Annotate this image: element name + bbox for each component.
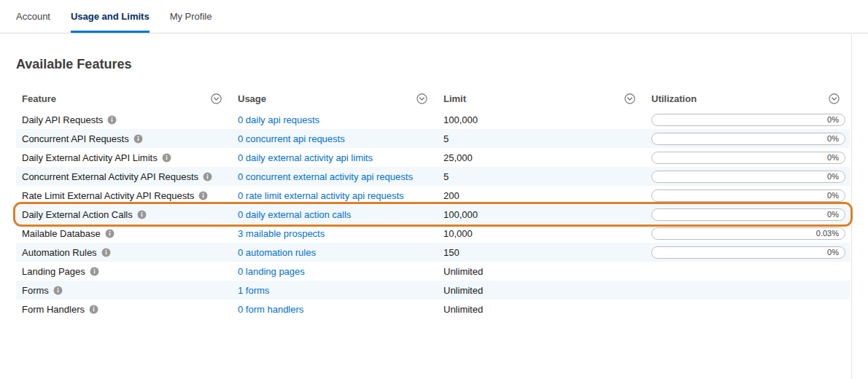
usage-link[interactable]: 0 automation rules	[238, 247, 316, 258]
column-header-feature: Feature	[16, 87, 232, 110]
tab-account[interactable]: Account	[16, 0, 50, 33]
limit-cell: 5	[438, 133, 646, 144]
info-icon[interactable]	[105, 229, 115, 238]
feature-name: Daily External Action Calls	[22, 209, 133, 220]
table-row: Rate Limit External Activity API Request…	[16, 186, 850, 205]
usage-cell: 0 rate limit external activity api reque…	[232, 190, 438, 201]
filter-icon[interactable]	[416, 93, 427, 104]
limit-value: 150	[443, 247, 460, 258]
usage-link[interactable]: 0 daily api requests	[238, 114, 319, 125]
usage-cell: 0 daily api requests	[232, 114, 438, 125]
utilization-bar: 0%	[651, 208, 845, 221]
limit-cell: 10,000	[438, 228, 646, 239]
usage-link[interactable]: 0 form handlers	[238, 304, 303, 315]
usage-link[interactable]: 0 daily external activity api limits	[238, 152, 373, 163]
info-icon[interactable]	[90, 267, 99, 276]
utilization-bar: 0%	[651, 190, 845, 202]
limit-value: 5	[443, 133, 449, 144]
feature-name: Rate Limit External Activity API Request…	[22, 190, 194, 201]
info-icon[interactable]	[133, 134, 143, 144]
feature-cell: Form Handlers	[16, 304, 232, 315]
table-row: Mailable Database 3 mailable prospects 1…	[16, 224, 850, 243]
feature-name: Automation Rules	[22, 247, 97, 258]
vertical-divider	[851, 34, 852, 379]
limit-cell: 5	[438, 171, 646, 182]
limit-cell: Unlimited	[438, 266, 646, 277]
usage-link[interactable]: 0 rate limit external activity api reque…	[238, 190, 404, 201]
utilization-bar: 0%	[651, 114, 845, 126]
limit-value: 10,000	[443, 228, 473, 239]
utilization-cell: 0%	[646, 246, 850, 259]
filter-icon[interactable]	[829, 93, 840, 104]
utilization-bar: 0%	[651, 152, 845, 164]
feature-cell: Daily External Action Calls	[16, 209, 232, 220]
limit-value: 25,000	[443, 152, 473, 163]
limit-value: 200	[443, 190, 460, 201]
usage-cell: 0 automation rules	[232, 247, 438, 258]
utilization-bar: 0%	[651, 246, 845, 259]
table-body: Daily API Requests 0 daily api requests …	[16, 110, 850, 319]
usage-cell: 0 concurrent api requests	[232, 133, 438, 144]
usage-cell: 0 form handlers	[232, 304, 438, 315]
filter-icon[interactable]	[624, 93, 635, 104]
tab-my-profile[interactable]: My Profile	[170, 0, 212, 33]
limit-value: 100,000	[443, 209, 478, 220]
info-icon[interactable]	[53, 286, 63, 295]
usage-cell: 0 daily external action calls	[232, 209, 438, 220]
info-icon[interactable]	[107, 115, 117, 125]
feature-name: Mailable Database	[22, 228, 101, 239]
limit-value: Unlimited	[443, 304, 483, 315]
tab-usage-and-limits-label: Usage and Limits	[71, 11, 150, 22]
utilization-cell: 0%	[646, 114, 850, 126]
feature-name: Landing Pages	[22, 266, 85, 277]
limit-value: Unlimited	[443, 285, 483, 296]
usage-link[interactable]: 0 daily external action calls	[238, 209, 351, 220]
column-header-limit: Limit	[438, 87, 646, 110]
column-header-usage: Usage	[232, 87, 438, 110]
table-row: Concurrent API Requests 0 concurrent api…	[16, 129, 850, 148]
feature-cell: Automation Rules	[16, 247, 232, 258]
feature-name: Daily External Activity API Limits	[22, 152, 158, 163]
usage-link[interactable]: 3 mailable prospects	[238, 228, 325, 239]
feature-cell: Rate Limit External Activity API Request…	[16, 190, 232, 201]
table-row: Concurrent External Activity API Request…	[16, 167, 850, 186]
usage-cell: 3 mailable prospects	[232, 228, 438, 239]
info-icon[interactable]	[89, 305, 98, 314]
utilization-cell: 0%	[646, 133, 850, 145]
info-icon[interactable]	[198, 191, 208, 200]
info-icon[interactable]	[203, 172, 212, 181]
utilization-cell: 0%	[646, 190, 850, 202]
utilization-value: 0%	[827, 248, 839, 257]
utilization-bar: 0.03%	[651, 227, 845, 240]
usage-cell: 0 landing pages	[232, 266, 438, 277]
tab-bar: Account Usage and Limits My Profile	[0, 0, 868, 34]
column-header-utilization: Utilization	[646, 87, 850, 110]
utilization-cell: 0%	[646, 171, 850, 183]
feature-name: Daily API Requests	[22, 114, 103, 125]
feature-cell: Forms	[16, 285, 232, 296]
limit-cell: 100,000	[438, 114, 646, 125]
info-icon[interactable]	[101, 248, 111, 257]
utilization-bar: 0%	[651, 171, 845, 183]
utilization-cell: 0%	[646, 152, 850, 164]
usage-link[interactable]: 0 concurrent api requests	[238, 133, 345, 144]
feature-cell: Concurrent External Activity API Request…	[16, 171, 232, 182]
filter-icon[interactable]	[211, 93, 222, 104]
feature-cell: Mailable Database	[16, 228, 232, 239]
info-icon[interactable]	[162, 153, 171, 163]
usage-cell: 0 daily external activity api limits	[232, 152, 438, 163]
tab-my-profile-label: My Profile	[170, 11, 212, 22]
info-icon[interactable]	[137, 210, 147, 219]
tab-usage-and-limits[interactable]: Usage and Limits	[71, 0, 150, 33]
usage-link[interactable]: 0 landing pages	[238, 266, 305, 277]
utilization-value: 0%	[827, 172, 839, 181]
available-features-table: Feature Usage Limit Utilization Daily	[16, 87, 850, 319]
table-row: Forms 1 forms Unlimited	[16, 281, 850, 300]
table-row: Daily External Activity API Limits 0 dai…	[16, 148, 850, 167]
utilization-value: 0%	[827, 115, 839, 124]
column-header-limit-label: Limit	[443, 93, 466, 104]
limit-cell: Unlimited	[438, 285, 646, 296]
limit-cell: 100,000	[438, 209, 646, 220]
usage-link[interactable]: 1 forms	[238, 285, 269, 296]
usage-link[interactable]: 0 concurrent external activity api reque…	[238, 171, 413, 182]
